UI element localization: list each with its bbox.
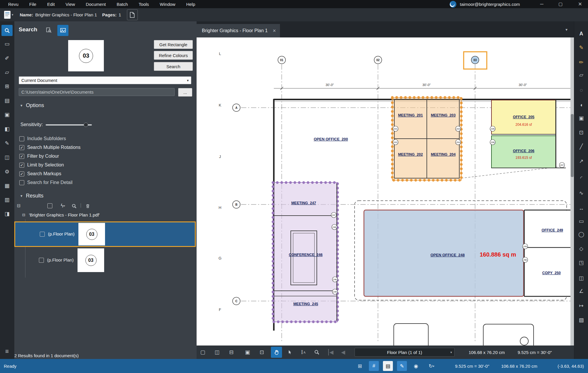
snap-to-grid-icon[interactable]: # bbox=[369, 361, 379, 371]
snap-to-content-icon[interactable]: ▤ bbox=[383, 361, 393, 371]
polygon-tool-icon[interactable]: ◇ bbox=[576, 243, 587, 254]
open-office-248-markup[interactable]: OPEN OFFICE 248 160.886 sq m bbox=[364, 210, 524, 296]
search-preview-thumbnail[interactable]: 03 bbox=[68, 40, 104, 71]
close-button[interactable]: × bbox=[575, 0, 586, 8]
markup-tools-icon[interactable]: ✐ bbox=[1, 53, 13, 64]
studio-icon[interactable]: ▦ bbox=[1, 180, 13, 191]
text-tool-icon[interactable]: A bbox=[576, 28, 587, 39]
settings-icon[interactable]: ⚙ bbox=[1, 166, 13, 177]
menu-help[interactable]: Help bbox=[186, 2, 195, 7]
zoom-tool-icon[interactable] bbox=[311, 347, 322, 358]
lasso-tool-icon[interactable]: ◌ bbox=[576, 85, 587, 96]
select-tool-icon[interactable] bbox=[284, 347, 295, 358]
document-canvas[interactable]: 30'-0" 30'-0" 30'-0" L K J H G F 01 02 0… bbox=[197, 37, 570, 346]
menu-tools[interactable]: Tools bbox=[139, 2, 149, 7]
search-path-input[interactable]: C:\Users\taimo\OneDrive\Documents bbox=[19, 88, 175, 96]
checkbox-search-multiple-rotations[interactable]: ✓ Search Multiple Rotations bbox=[19, 145, 80, 150]
markup-list-icon[interactable]: ≡ bbox=[1, 346, 13, 357]
hatch-tool-icon[interactable]: ▨ bbox=[576, 314, 587, 326]
search-result-row[interactable]: ✓ (p.Floor Plan) 03 bbox=[14, 247, 196, 274]
arrow-tool-icon[interactable]: ↗ bbox=[576, 156, 587, 167]
checkbox-icon[interactable]: ✓ bbox=[19, 171, 24, 176]
document-menu-button[interactable]: ▾ bbox=[4, 11, 13, 19]
browse-button[interactable]: ... bbox=[178, 88, 192, 97]
thumbnails-icon[interactable]: ⊞ bbox=[1, 81, 13, 92]
image-tool-icon[interactable]: ▣ bbox=[576, 113, 587, 124]
crop-tool-icon[interactable]: ◳ bbox=[576, 257, 587, 268]
reuse-markup-icon[interactable]: ↻▾ bbox=[425, 361, 438, 371]
close-tab-icon[interactable]: × bbox=[273, 28, 276, 34]
zoom-to-result-icon[interactable] bbox=[71, 203, 78, 209]
visual-search-mode-icon[interactable] bbox=[57, 25, 68, 36]
checkbox-filter-by-colour[interactable]: ✓ Filter by Colour bbox=[19, 154, 59, 159]
side-by-side-view-icon[interactable]: ◫ bbox=[212, 347, 223, 358]
select-all-results-checkbox[interactable]: ✓ bbox=[47, 203, 52, 208]
dimension-tool-icon[interactable]: ↔ bbox=[576, 203, 587, 214]
links-icon[interactable]: ◨ bbox=[1, 208, 13, 219]
text-search-mode-icon[interactable] bbox=[44, 25, 54, 35]
grid-icon[interactable]: ⊞ bbox=[355, 361, 365, 371]
text-select-tool-icon[interactable]: IA bbox=[298, 347, 309, 358]
checkbox-limit-by-selection[interactable]: ✓ Limit by Selection bbox=[19, 162, 64, 168]
polyline-tool-icon[interactable]: ∿ bbox=[576, 188, 587, 199]
meeting-block-markup[interactable]: MEETING 201 MEETING 203 MEETING 202 MEET… bbox=[392, 97, 461, 180]
vertical-scrollbar[interactable] bbox=[570, 37, 574, 346]
floor-plan-canvas[interactable]: 30'-0" 30'-0" 30'-0" L K J H G F 01 02 0… bbox=[197, 37, 570, 346]
file-access-icon[interactable]: ▣ bbox=[1, 109, 13, 120]
insert-pages-button[interactable] bbox=[127, 9, 138, 20]
options-header[interactable]: ▾ Options bbox=[20, 102, 44, 109]
get-rectangle-button[interactable]: Get Rectangle bbox=[154, 40, 193, 49]
measure-tool-icon[interactable]: ↦ bbox=[576, 300, 587, 311]
fit-page-icon[interactable]: ⊡ bbox=[256, 347, 267, 358]
highlighter-tool-icon[interactable]: ✎ bbox=[576, 42, 587, 53]
checkbox-icon[interactable]: ✓ bbox=[19, 145, 24, 150]
checkbox-include-subfolders[interactable]: ✓ Include Subfolders bbox=[19, 136, 66, 141]
tool-chest-icon[interactable]: ▥ bbox=[1, 194, 13, 205]
arc-tool-icon[interactable]: ◜ bbox=[576, 173, 587, 184]
callout-tool-icon[interactable]: ◖ bbox=[576, 99, 587, 111]
menu-document[interactable]: Document bbox=[86, 2, 106, 7]
checkbox-icon[interactable]: ✓ bbox=[19, 163, 24, 168]
line-tool-icon[interactable]: ╱ bbox=[576, 141, 587, 152]
ink-icon[interactable]: ◉ bbox=[411, 361, 421, 371]
scrollbar-thumb[interactable] bbox=[571, 114, 574, 177]
collapse-all-icon[interactable]: ⊟ bbox=[16, 203, 22, 209]
menu-edit[interactable]: Edit bbox=[47, 2, 55, 7]
snap-to-markup-icon[interactable]: ✎ bbox=[397, 361, 407, 371]
purple-cloud-markup[interactable]: MEETING 247 CONFERENCE 246 MEETING 245 bbox=[273, 183, 338, 322]
results-file-row[interactable]: ⊟ 'Brighter Graphics - Floor Plan 1.pdf' bbox=[21, 212, 100, 217]
menu-view[interactable]: View bbox=[66, 2, 75, 7]
results-header[interactable]: ▾ Results bbox=[20, 193, 44, 199]
eraser-tool-icon[interactable]: ▱ bbox=[576, 69, 587, 80]
maximize-button[interactable]: ▢ bbox=[556, 0, 565, 8]
collapse-group-icon[interactable]: ⊟ bbox=[21, 213, 26, 217]
forms-icon[interactable]: ✎ bbox=[1, 138, 13, 149]
search-scope-select[interactable]: Current Document ▾ bbox=[19, 76, 191, 84]
refine-colours-button[interactable]: Refine Colours bbox=[154, 51, 193, 60]
measurements-icon[interactable]: ▭ bbox=[1, 38, 13, 49]
insert-page-icon[interactable]: ▣ bbox=[242, 347, 253, 358]
page-navigation-select[interactable]: Floor Plan (1 of 1) ▾ bbox=[355, 348, 455, 357]
checkbox-search-markups[interactable]: ✓ Search Markups bbox=[19, 171, 61, 176]
result-thumbnail[interactable]: 03 bbox=[78, 248, 104, 272]
checkbox-icon[interactable]: ✓ bbox=[19, 180, 24, 185]
compare-tool-icon[interactable]: ◫ bbox=[576, 273, 587, 284]
checkbox-icon[interactable]: ✓ bbox=[19, 136, 24, 141]
spaces-icon[interactable]: ▱ bbox=[1, 67, 13, 78]
minimize-button[interactable]: ─ bbox=[537, 0, 547, 8]
menu-batch[interactable]: Batch bbox=[117, 2, 128, 7]
delete-result-icon[interactable] bbox=[84, 202, 92, 209]
account-email[interactable]: taimoor@brightergraphics.com bbox=[460, 2, 520, 7]
sets-icon[interactable]: ◫ bbox=[1, 152, 13, 163]
result-checkbox[interactable]: ✓ bbox=[40, 232, 45, 237]
search-result-row-selected[interactable]: ✓ (p.Floor Plan) 03 bbox=[14, 221, 196, 247]
rectangle-tool-icon[interactable]: ▭ bbox=[576, 216, 587, 227]
tab-list-chevron-icon[interactable]: ▾ bbox=[565, 27, 568, 32]
pen-tool-icon[interactable]: ✏ bbox=[576, 57, 587, 68]
search-button[interactable]: Search bbox=[154, 62, 193, 71]
search-panel-icon[interactable] bbox=[1, 25, 13, 36]
apply-action-icon[interactable]: ϟ▾ bbox=[58, 202, 68, 209]
snapshot-tool-icon[interactable]: ⊡ bbox=[576, 127, 587, 138]
layers-icon[interactable]: ◧ bbox=[1, 123, 13, 135]
menu-revu[interactable]: Revu bbox=[8, 2, 18, 7]
